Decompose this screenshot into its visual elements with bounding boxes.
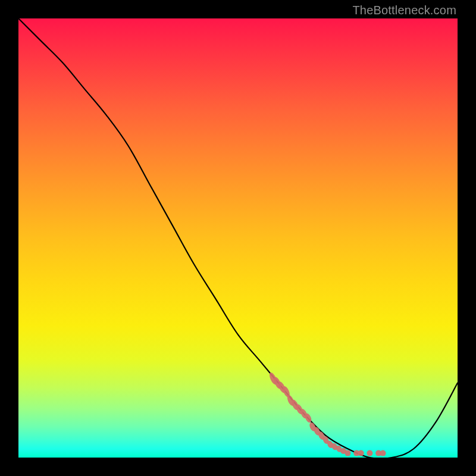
watermark-text: TheBottleneck.com xyxy=(352,4,456,17)
svg-point-20 xyxy=(367,450,372,456)
chart-frame: TheBottleneck.com xyxy=(0,0,476,476)
data-markers xyxy=(18,18,458,458)
gradient-plot-area xyxy=(18,18,458,458)
svg-point-22 xyxy=(380,450,386,456)
svg-point-17 xyxy=(345,450,351,456)
svg-point-19 xyxy=(358,450,364,456)
